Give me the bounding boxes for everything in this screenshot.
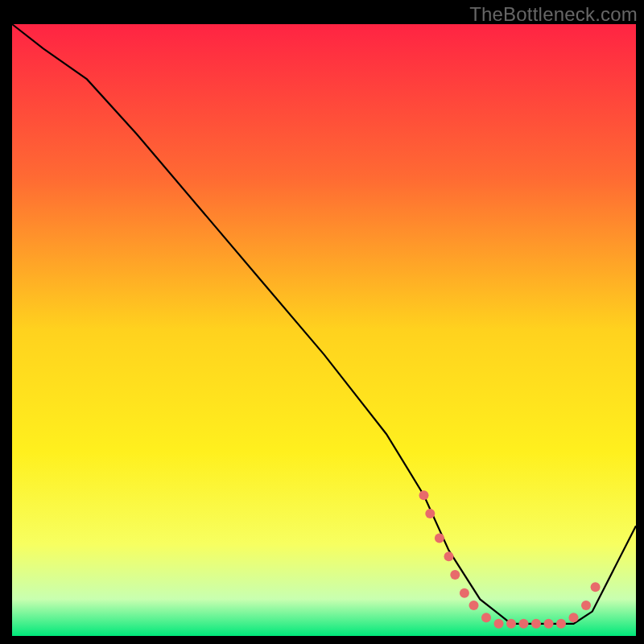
highlight-dot [469,601,479,610]
highlight-dot [581,601,591,610]
bottleneck-chart [0,0,644,644]
watermark-text: TheBottleneck.com [469,3,638,26]
highlight-dot [419,490,429,500]
highlight-dot [435,533,444,543]
highlight-dot [425,509,435,518]
highlight-dot [494,619,504,629]
highlight-dot [544,619,554,629]
highlight-dot [481,613,491,622]
highlight-dot [450,570,460,580]
highlight-dot [591,582,601,592]
highlight-dot [444,551,454,561]
highlight-dot [519,619,529,629]
highlight-dot [531,619,541,629]
highlight-dot [569,613,579,622]
chart-stage: TheBottleneck.com [0,0,644,644]
gradient-background [12,24,636,636]
highlight-dot [506,619,516,629]
highlight-dot [460,588,469,598]
highlight-dot [556,619,566,629]
